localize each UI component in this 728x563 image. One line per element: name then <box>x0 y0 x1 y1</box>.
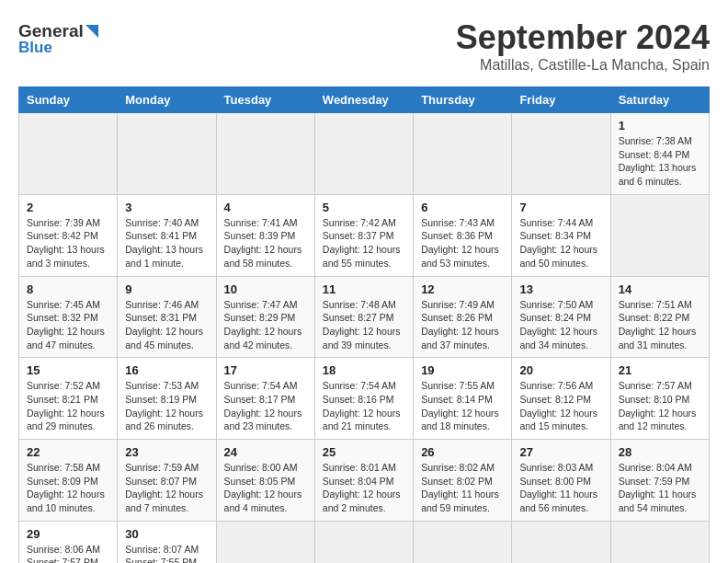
calendar-cell: 25Sunrise: 8:01 AMSunset: 8:04 PMDayligh… <box>314 440 413 522</box>
logo: General Blue <box>18 18 98 55</box>
calendar-cell: 6Sunrise: 7:43 AMSunset: 8:36 PMDaylight… <box>414 194 512 276</box>
calendar-cell: 19Sunrise: 7:55 AMSunset: 8:14 PMDayligh… <box>414 358 512 440</box>
weekday-header: Friday <box>512 87 610 113</box>
calendar-cell-empty <box>314 113 413 195</box>
calendar-cell <box>512 521 610 563</box>
page-subtitle: Matillas, Castille-La Mancha, Spain <box>456 57 710 74</box>
calendar-cell: 26Sunrise: 8:02 AMSunset: 8:02 PMDayligh… <box>414 440 512 522</box>
weekday-header: Monday <box>118 87 216 113</box>
calendar-cell: 22Sunrise: 7:58 AMSunset: 8:09 PMDayligh… <box>19 440 118 522</box>
calendar-cell <box>314 521 413 563</box>
weekday-header: Saturday <box>610 87 709 113</box>
calendar-header-row: SundayMondayTuesdayWednesdayThursdayFrid… <box>19 87 710 113</box>
calendar-cell: 10Sunrise: 7:47 AMSunset: 8:29 PMDayligh… <box>216 276 314 358</box>
calendar-cell: 3Sunrise: 7:40 AMSunset: 8:41 PMDaylight… <box>118 194 216 276</box>
logo-chevron-icon <box>85 25 98 38</box>
weekday-header: Thursday <box>414 87 512 113</box>
weekday-header: Tuesday <box>216 87 314 113</box>
calendar-cell: 17Sunrise: 7:54 AMSunset: 8:17 PMDayligh… <box>216 358 314 440</box>
calendar-cell: 14Sunrise: 7:51 AMSunset: 8:22 PMDayligh… <box>610 276 709 358</box>
calendar-cell: 16Sunrise: 7:53 AMSunset: 8:19 PMDayligh… <box>118 358 216 440</box>
logo-general-text: General <box>18 22 84 40</box>
calendar-cell: 9Sunrise: 7:46 AMSunset: 8:31 PMDaylight… <box>118 276 216 358</box>
calendar-cell: 29Sunrise: 8:06 AMSunset: 7:57 PMDayligh… <box>19 521 118 563</box>
calendar-cell: 24Sunrise: 8:00 AMSunset: 8:05 PMDayligh… <box>216 440 314 522</box>
calendar-cell: 1Sunrise: 7:38 AMSunset: 8:44 PMDaylight… <box>610 113 709 195</box>
calendar-cell-empty <box>19 113 118 195</box>
title-section: September 2024 Matillas, Castille-La Man… <box>456 18 710 74</box>
calendar-cell: 5Sunrise: 7:42 AMSunset: 8:37 PMDaylight… <box>314 194 413 276</box>
calendar-week-row: 8Sunrise: 7:45 AMSunset: 8:32 PMDaylight… <box>19 276 710 358</box>
calendar-cell: 18Sunrise: 7:54 AMSunset: 8:16 PMDayligh… <box>314 358 413 440</box>
calendar-cell: 21Sunrise: 7:57 AMSunset: 8:10 PMDayligh… <box>610 358 709 440</box>
logo-blue-text: Blue <box>18 40 98 55</box>
calendar-cell: 11Sunrise: 7:48 AMSunset: 8:27 PMDayligh… <box>314 276 413 358</box>
calendar-cell: 30Sunrise: 8:07 AMSunset: 7:55 PMDayligh… <box>118 521 216 563</box>
calendar-cell: 12Sunrise: 7:49 AMSunset: 8:26 PMDayligh… <box>414 276 512 358</box>
calendar-cell: 7Sunrise: 7:44 AMSunset: 8:34 PMDaylight… <box>512 194 610 276</box>
calendar-cell: 15Sunrise: 7:52 AMSunset: 8:21 PMDayligh… <box>19 358 118 440</box>
calendar-cell <box>610 521 709 563</box>
calendar-week-row: 22Sunrise: 7:58 AMSunset: 8:09 PMDayligh… <box>19 440 710 522</box>
calendar-week-row: 1Sunrise: 7:38 AMSunset: 8:44 PMDaylight… <box>19 113 710 195</box>
calendar-week-row: 29Sunrise: 8:06 AMSunset: 7:57 PMDayligh… <box>19 521 710 563</box>
calendar-cell: 13Sunrise: 7:50 AMSunset: 8:24 PMDayligh… <box>512 276 610 358</box>
weekday-header: Sunday <box>19 87 118 113</box>
svg-marker-0 <box>85 25 98 38</box>
page-title: September 2024 <box>456 18 710 57</box>
calendar-table: SundayMondayTuesdayWednesdayThursdayFrid… <box>18 86 710 563</box>
calendar-cell: 27Sunrise: 8:03 AMSunset: 8:00 PMDayligh… <box>512 440 610 522</box>
page-header: General Blue September 2024 Matillas, Ca… <box>18 18 710 74</box>
weekday-header: Wednesday <box>314 87 413 113</box>
calendar-cell: 2Sunrise: 7:39 AMSunset: 8:42 PMDaylight… <box>19 194 118 276</box>
calendar-cell <box>216 521 314 563</box>
calendar-cell-empty <box>512 113 610 195</box>
calendar-cell: 23Sunrise: 7:59 AMSunset: 8:07 PMDayligh… <box>118 440 216 522</box>
calendar-week-row: 15Sunrise: 7:52 AMSunset: 8:21 PMDayligh… <box>19 358 710 440</box>
calendar-cell-empty <box>118 113 216 195</box>
calendar-cell-empty <box>414 113 512 195</box>
calendar-cell: 8Sunrise: 7:45 AMSunset: 8:32 PMDaylight… <box>19 276 118 358</box>
calendar-week-row: 2Sunrise: 7:39 AMSunset: 8:42 PMDaylight… <box>19 194 710 276</box>
calendar-cell <box>610 194 709 276</box>
calendar-cell: 4Sunrise: 7:41 AMSunset: 8:39 PMDaylight… <box>216 194 314 276</box>
calendar-cell: 28Sunrise: 8:04 AMSunset: 7:59 PMDayligh… <box>610 440 709 522</box>
calendar-cell <box>414 521 512 563</box>
calendar-cell-empty <box>216 113 314 195</box>
calendar-cell: 20Sunrise: 7:56 AMSunset: 8:12 PMDayligh… <box>512 358 610 440</box>
